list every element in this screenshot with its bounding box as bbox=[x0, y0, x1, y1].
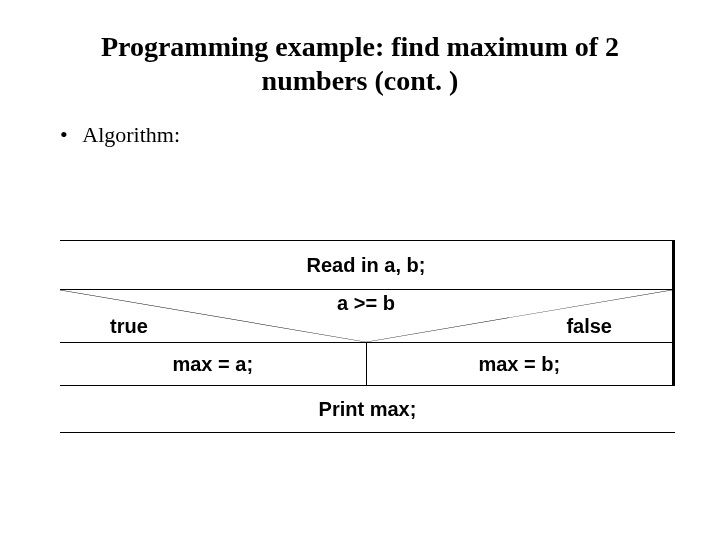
slide: Programming example: find maximum of 2 n… bbox=[0, 0, 720, 540]
ns-condition-block: a >= b true false bbox=[60, 289, 675, 342]
slide-title: Programming example: find maximum of 2 n… bbox=[0, 0, 720, 97]
ns-branch-false: max = b; bbox=[366, 343, 673, 385]
ns-read-text: Read in a, b; bbox=[307, 254, 426, 276]
title-line-2: numbers (cont. ) bbox=[262, 65, 459, 96]
ns-true-label: true bbox=[110, 315, 148, 338]
ns-condition-text: a >= b bbox=[60, 292, 672, 315]
bullet-text: Algorithm: bbox=[82, 122, 180, 147]
ns-branches: max = a; max = b; bbox=[60, 342, 675, 385]
bullet-dot: • bbox=[60, 122, 78, 148]
ns-print-block: Print max; bbox=[60, 385, 675, 433]
ns-branch-true-text: max = a; bbox=[172, 353, 253, 375]
bullet-row: • Algorithm: bbox=[0, 97, 720, 148]
ns-branch-true: max = a; bbox=[60, 343, 366, 385]
ns-diagram: Read in a, b; a >= b true false max = a;… bbox=[60, 240, 675, 433]
title-line-1: Programming example: find maximum of 2 bbox=[101, 31, 619, 62]
ns-read-block: Read in a, b; bbox=[60, 240, 675, 289]
ns-false-label: false bbox=[566, 315, 612, 338]
ns-branch-false-text: max = b; bbox=[478, 353, 560, 375]
ns-print-text: Print max; bbox=[319, 398, 417, 420]
